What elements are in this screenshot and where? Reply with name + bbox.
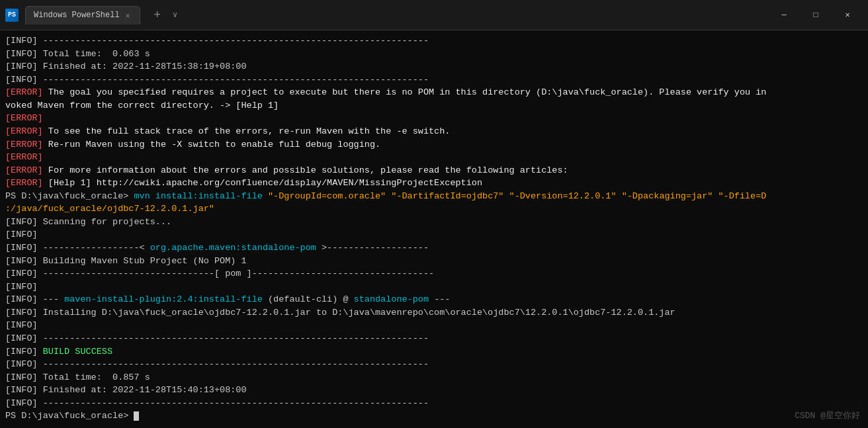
line-13: PS D:\java\fuck_oracle> mvn install:inst… bbox=[5, 190, 863, 203]
line-22: [INFO] bbox=[5, 319, 863, 332]
tab-dropdown-button[interactable]: ∨ bbox=[169, 9, 181, 21]
line-17: [INFO] Building Maven Stub Project (No P… bbox=[5, 255, 863, 268]
titlebar: PS Windows PowerShell ✕ + ∨ — □ ✕ bbox=[0, 0, 868, 30]
line-3: [INFO] Finished at: 2022-11-28T15:38:19+… bbox=[5, 60, 863, 73]
line-21: [INFO] Installing D:\java\fuck_oracle\oj… bbox=[5, 306, 863, 320]
app-icon: PS bbox=[5, 9, 19, 22]
line-8: [ERROR] To see the full stack trace of t… bbox=[5, 125, 863, 138]
tab-close-button[interactable]: ✕ bbox=[124, 11, 132, 21]
line-9: [ERROR] Re-run Maven using the -X switch… bbox=[5, 138, 863, 151]
line-20: [INFO] --- maven-install-plugin:2.4:inst… bbox=[5, 293, 863, 306]
titlebar-left: PS Windows PowerShell ✕ + ∨ bbox=[5, 6, 181, 24]
line-7: [ERROR] bbox=[5, 112, 863, 125]
line-23: [INFO] ---------------------------------… bbox=[5, 332, 863, 345]
maximize-button[interactable]: □ bbox=[801, 5, 831, 25]
line-14: [INFO] Scanning for projects... bbox=[5, 216, 863, 229]
line-29: PS D:\java\fuck_oracle> bbox=[5, 409, 863, 423]
line-25: [INFO] ---------------------------------… bbox=[5, 358, 863, 371]
line-11: [ERROR] For more information about the e… bbox=[5, 164, 863, 177]
active-tab[interactable]: Windows PowerShell ✕ bbox=[25, 6, 140, 24]
line-12: [ERROR] [Help 1] http://cwiki.apache.org… bbox=[5, 177, 863, 190]
line-19: [INFO] bbox=[5, 280, 863, 294]
line-13b: :/java/fuck_oracle/ojdbc7-12.2.0.1.jar" bbox=[5, 202, 863, 216]
line-24: [INFO] BUILD SUCCESS bbox=[5, 345, 863, 359]
line-1: [INFO] ---------------------------------… bbox=[5, 34, 863, 48]
line-5: [ERROR] The goal you specified requires … bbox=[5, 86, 863, 99]
tab-label: Windows PowerShell bbox=[34, 11, 120, 20]
line-18: [INFO] --------------------------------[… bbox=[5, 267, 863, 280]
line-28: [INFO] ---------------------------------… bbox=[5, 397, 863, 410]
terminal-output: [INFO] ---------------------------------… bbox=[0, 30, 868, 428]
line-16: [INFO] ------------------< org.apache.ma… bbox=[5, 241, 863, 255]
minimize-button[interactable]: — bbox=[769, 5, 799, 25]
line-26: [INFO] Total time: 0.857 s bbox=[5, 371, 863, 384]
new-tab-button[interactable]: + bbox=[148, 7, 166, 23]
line-10: [ERROR] bbox=[5, 151, 863, 164]
line-4: [INFO] ---------------------------------… bbox=[5, 73, 863, 87]
line-15: [INFO] bbox=[5, 228, 863, 241]
close-button[interactable]: ✕ bbox=[832, 5, 863, 25]
watermark: CSDN @星空你好 bbox=[795, 410, 860, 423]
window-controls: — □ ✕ bbox=[769, 5, 863, 25]
line-2: [INFO] Total time: 0.063 s bbox=[5, 48, 863, 61]
line-27: [INFO] Finished at: 2022-11-28T15:40:13+… bbox=[5, 384, 863, 397]
line-6: voked Maven from the correct directory. … bbox=[5, 99, 863, 112]
